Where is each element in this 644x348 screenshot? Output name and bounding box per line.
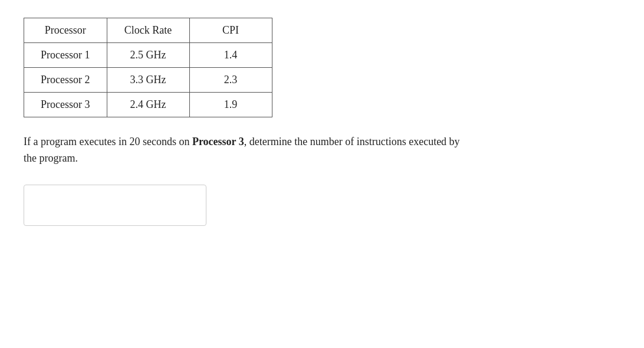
processor-2-clock: 3.3 GHz [107,68,189,93]
paragraph-bold: Processor 3 [192,136,244,147]
answer-input-box[interactable] [24,185,206,226]
col-header-processor: Processor [24,18,107,43]
table-header-row: Processor Clock Rate CPI [24,18,272,43]
col-header-clock-rate: Clock Rate [107,18,189,43]
processor-table: Processor Clock Rate CPI Processor 1 2.5… [24,18,272,117]
table-row: Processor 3 2.4 GHz 1.9 [24,93,272,117]
table-row: Processor 2 3.3 GHz 2.3 [24,68,272,93]
table-row: Processor 1 2.5 GHz 1.4 [24,43,272,68]
processor-1-clock: 2.5 GHz [107,43,189,68]
question-paragraph: If a program executes in 20 seconds on P… [24,134,466,167]
main-content: Processor Clock Rate CPI Processor 1 2.5… [24,18,466,226]
paragraph-prefix: If a program executes in 20 seconds on [24,136,192,147]
processor-3-clock: 2.4 GHz [107,93,189,117]
processor-2-name: Processor 2 [24,68,107,93]
col-header-cpi: CPI [189,18,272,43]
processor-1-cpi: 1.4 [189,43,272,68]
processor-3-cpi: 1.9 [189,93,272,117]
processor-3-name: Processor 3 [24,93,107,117]
processor-2-cpi: 2.3 [189,68,272,93]
processor-1-name: Processor 1 [24,43,107,68]
